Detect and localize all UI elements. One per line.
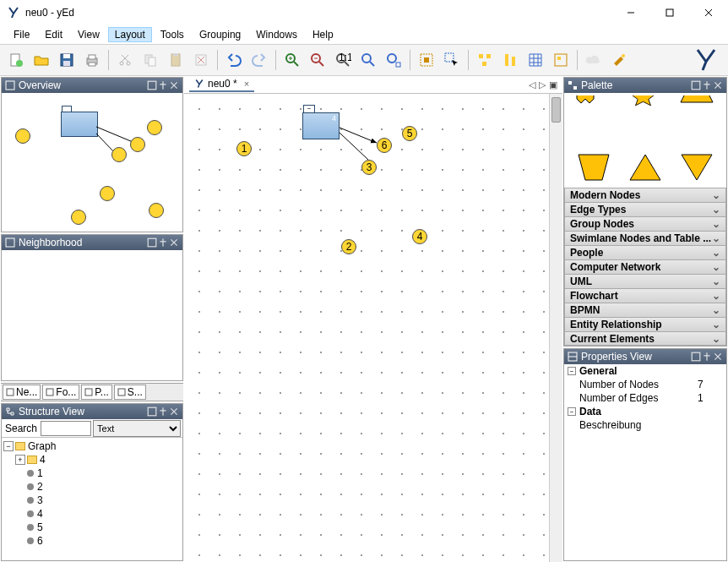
menu-layout[interactable]: Layout xyxy=(108,27,152,42)
menu-view[interactable]: View xyxy=(71,27,106,42)
menu-edit[interactable]: Edit xyxy=(38,27,69,42)
panel-undock-icon[interactable] xyxy=(691,80,701,90)
palette-shape-triangle-down[interactable] xyxy=(673,143,720,192)
document-tab[interactable]: neu0 * × xyxy=(189,77,254,92)
zoom-reset-icon[interactable]: 1:1 xyxy=(332,49,354,71)
graph-node[interactable]: 3 xyxy=(361,160,377,175)
palette-shape-triangle-up[interactable] xyxy=(622,143,669,192)
open-file-icon[interactable] xyxy=(30,49,52,71)
print-icon[interactable] xyxy=(81,49,103,71)
menu-tools[interactable]: Tools xyxy=(154,27,191,42)
tree-node[interactable]: 5 xyxy=(3,521,181,534)
menu-help[interactable]: Help xyxy=(306,27,340,42)
graph-node[interactable]: 4 xyxy=(412,229,427,244)
close-icon[interactable]: × xyxy=(244,79,249,89)
panel-undock-icon[interactable] xyxy=(147,80,157,90)
palette-section[interactable]: People⌄ xyxy=(564,245,726,259)
tree-node[interactable]: 4 xyxy=(3,507,181,521)
left-tab-2[interactable]: P... xyxy=(81,385,111,400)
cloud-icon[interactable] xyxy=(583,49,605,71)
prop-section-data[interactable]: −Data xyxy=(564,405,726,418)
graph-node[interactable]: 6 xyxy=(377,138,392,153)
tree-root[interactable]: −Graph xyxy=(3,439,181,453)
neighborhood-header[interactable]: Neighborhood xyxy=(2,235,182,250)
prop-row-desc[interactable]: Beschreibung xyxy=(564,418,726,432)
structure-tree[interactable]: −Graph +4 1 2 3 4 5 6 xyxy=(2,438,182,549)
tab-prev-icon[interactable]: ◁ xyxy=(529,79,535,90)
panel-pin-icon[interactable] xyxy=(702,80,712,90)
tree-node[interactable]: 3 xyxy=(3,494,181,507)
panel-close-icon[interactable] xyxy=(713,80,723,90)
overview-canvas[interactable] xyxy=(2,93,182,232)
palette-shape-trap[interactable] xyxy=(673,95,720,145)
panel-close-icon[interactable] xyxy=(169,406,179,417)
new-file-icon[interactable] xyxy=(5,49,27,71)
palette-header[interactable]: Palette xyxy=(564,78,726,93)
palette-shape-trap-down[interactable] xyxy=(570,143,617,192)
save-icon[interactable] xyxy=(56,49,78,71)
graph-node[interactable]: 1 xyxy=(236,141,252,156)
panel-pin-icon[interactable] xyxy=(158,80,168,90)
tree-group[interactable]: +4 xyxy=(3,453,181,467)
neighborhood-canvas[interactable] xyxy=(2,250,182,380)
graph-canvas[interactable]: − 4 1 2 3 4 5 6 xyxy=(184,94,549,562)
panel-close-icon[interactable] xyxy=(713,352,723,362)
palette-section[interactable]: Current Elements⌄ xyxy=(564,331,726,346)
zoom-area-icon[interactable] xyxy=(383,49,405,71)
settings-icon[interactable] xyxy=(608,49,630,71)
left-tab-1[interactable]: Fo... xyxy=(42,385,79,400)
palette-section[interactable]: Swimlane Nodes and Table ...⌄ xyxy=(564,231,726,245)
panel-undock-icon[interactable] xyxy=(147,406,157,417)
panel-pin-icon[interactable] xyxy=(702,352,712,362)
menu-grouping[interactable]: Grouping xyxy=(193,27,247,42)
palette-section[interactable]: Flowchart⌄ xyxy=(564,288,726,303)
left-tab-0[interactable]: Ne... xyxy=(3,385,41,400)
tree-node[interactable]: 2 xyxy=(3,480,181,494)
panel-close-icon[interactable] xyxy=(169,80,179,90)
panel-undock-icon[interactable] xyxy=(691,352,701,362)
group-tool-icon[interactable] xyxy=(550,49,572,71)
delete-icon[interactable] xyxy=(190,49,212,71)
structure-header[interactable]: Structure View xyxy=(2,404,182,419)
layout-tool-icon[interactable] xyxy=(474,49,496,71)
panel-pin-icon[interactable] xyxy=(158,237,168,248)
copy-icon[interactable] xyxy=(139,49,161,71)
grid-tool-icon[interactable] xyxy=(524,49,546,71)
palette-section[interactable]: Entity Relationship⌄ xyxy=(564,317,726,331)
properties-header[interactable]: Properties View xyxy=(564,349,726,364)
undo-icon[interactable] xyxy=(223,49,245,71)
cut-icon[interactable] xyxy=(114,49,136,71)
select-tool-icon[interactable] xyxy=(441,49,463,71)
fit-content-icon[interactable] xyxy=(416,49,437,71)
panel-pin-icon[interactable] xyxy=(158,406,168,417)
align-tool-icon[interactable] xyxy=(499,49,521,71)
prop-section-general[interactable]: −General xyxy=(564,364,726,378)
vertical-scrollbar[interactable] xyxy=(549,94,562,562)
tree-node[interactable]: 6 xyxy=(3,534,181,548)
zoom-in-icon[interactable] xyxy=(281,49,303,71)
maximize-button[interactable] xyxy=(650,0,689,25)
menu-windows[interactable]: Windows xyxy=(249,27,304,42)
panel-undock-icon[interactable] xyxy=(147,237,157,248)
tab-next-icon[interactable]: ▷ xyxy=(539,79,546,90)
left-tab-3[interactable]: S... xyxy=(114,385,146,400)
palette-section[interactable]: BPMN⌄ xyxy=(564,303,726,317)
zoom-fit-icon[interactable] xyxy=(357,49,379,71)
palette-shape-star[interactable] xyxy=(570,95,617,145)
tab-list-icon[interactable]: ▣ xyxy=(549,79,557,90)
close-button[interactable] xyxy=(689,0,728,25)
group-node[interactable]: − 4 xyxy=(302,112,340,139)
palette-section[interactable]: Group Nodes⌄ xyxy=(564,216,726,231)
tree-node[interactable]: 1 xyxy=(3,467,181,480)
redo-icon[interactable] xyxy=(248,49,270,71)
palette-shape-star2[interactable] xyxy=(622,95,669,145)
panel-close-icon[interactable] xyxy=(169,237,179,248)
overview-header[interactable]: Overview xyxy=(2,78,182,93)
palette-section[interactable]: Edge Types⌄ xyxy=(564,202,726,216)
graph-node[interactable]: 2 xyxy=(341,239,356,254)
search-input[interactable] xyxy=(41,421,91,436)
palette-section[interactable]: Computer Network⌄ xyxy=(564,259,726,274)
zoom-out-icon[interactable] xyxy=(307,49,329,71)
menu-file[interactable]: File xyxy=(7,27,36,42)
graph-node[interactable]: 5 xyxy=(402,126,417,141)
